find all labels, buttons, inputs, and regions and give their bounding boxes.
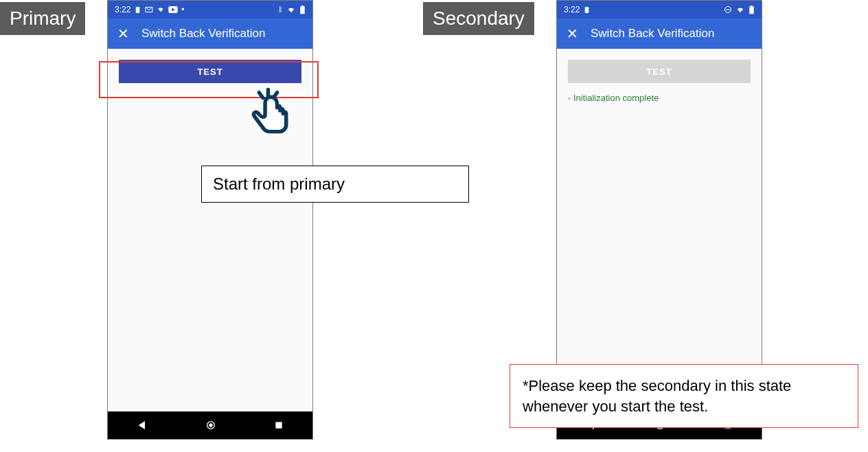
wifi-icon — [735, 6, 745, 14]
instruction-start: Start from primary — [201, 166, 469, 203]
battery-icon — [749, 5, 755, 14]
dnd-icon — [724, 5, 732, 14]
close-icon[interactable]: ✕ — [117, 25, 129, 42]
svg-marker-5 — [139, 421, 145, 429]
svg-rect-3 — [300, 6, 305, 14]
status-dot-icon: • — [181, 5, 184, 14]
primary-label: Primary — [0, 2, 85, 35]
nav-bar — [108, 411, 312, 439]
bluetooth-icon — [277, 5, 283, 14]
close-icon[interactable]: ✕ — [567, 25, 578, 42]
test-button-disabled: TEST — [568, 60, 751, 83]
appbar-title: Switch Back Verification — [141, 27, 265, 41]
secondary-label: Secondary — [423, 2, 534, 35]
appbar-title: Switch Back Verification — [591, 27, 714, 41]
svg-line-10 — [259, 93, 262, 98]
status-time: 3:22 — [115, 5, 130, 14]
icon-gmail — [145, 6, 153, 13]
tap-hand-icon — [249, 87, 297, 135]
app-bar: ✕ Switch Back Verification — [557, 19, 762, 49]
nav-home-icon[interactable] — [205, 420, 216, 431]
status-bar: 3:22 • — [108, 1, 312, 19]
battery-icon — [299, 5, 306, 14]
status-time: 3:22 — [564, 5, 580, 14]
svg-rect-15 — [749, 6, 754, 14]
nav-recent-icon[interactable] — [274, 420, 284, 430]
svg-point-7 — [209, 423, 212, 427]
app-bar: ✕ Switch Back Verification — [108, 19, 312, 49]
content-area: TEST - Initialization complete — [557, 49, 762, 411]
icon-wifi-off — [157, 6, 165, 13]
icon-app1 — [583, 6, 591, 14]
svg-rect-12 — [585, 6, 589, 12]
wifi-icon — [286, 6, 296, 14]
icon-youtube — [168, 6, 178, 13]
svg-rect-0 — [136, 6, 140, 12]
svg-rect-4 — [301, 5, 304, 6]
status-text: - Initialization complete — [568, 93, 751, 103]
icon-app1 — [134, 6, 141, 14]
svg-rect-8 — [275, 422, 282, 428]
instruction-note: *Please keep the secondary in this state… — [510, 364, 858, 428]
status-bar: 3:22 — [557, 1, 762, 19]
nav-back-icon[interactable] — [137, 420, 148, 431]
svg-rect-16 — [751, 5, 753, 6]
